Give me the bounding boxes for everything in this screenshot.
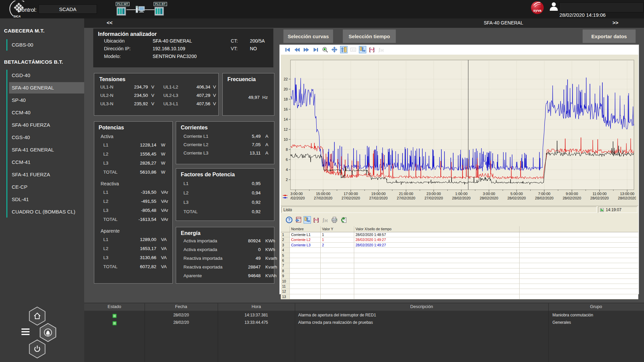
energia-value: 49 [240,256,261,261]
empty-cell [520,237,638,242]
corrientes-label: Corriente L3 [183,150,208,156]
sidebar-item-ccm-40[interactable]: CCM-40 [12,107,84,118]
page-title: SFA-40 GENERAL [369,20,638,25]
cursor-table-row[interactable]: 1Corriente L1128/02/2020 1:48:57 [281,232,638,237]
energia-label: Aparente [183,273,202,278]
revert-icon[interactable] [340,216,347,224]
sidebar-item-cgs-40[interactable]: CGS-40 [12,132,84,143]
sidebar-item-cgd-40[interactable]: CGD-40 [12,70,84,81]
cursor-table-row[interactable]: 3Corriente L3228/02/2020 1:49:27 [281,243,638,248]
cursor-table-row[interactable]: 7 [281,263,638,268]
y-tick-label: 6 [286,158,288,162]
print-icon[interactable] [331,216,338,224]
axes-scroll-icon[interactable] [359,46,366,53]
sidebar-item-ccm-41[interactable]: CCM-41 [12,157,84,168]
alarm-row[interactable]: 28/02/2013:33:44.475Alarma creda para re… [84,320,644,327]
potencias-label: L3 [103,161,108,166]
prev-page-button[interactable]: << [107,20,113,25]
svg-text:syva: syva [533,8,542,12]
svg-text:?: ? [288,218,290,222]
potencias-value: -491,55 [123,199,156,204]
alarm-header-hora: Hora [223,304,290,309]
exportar-datos-button[interactable]: Exportar datos [583,29,636,43]
alarms-hex-button[interactable] [40,323,56,342]
alarm-row[interactable]: 28/02/2014:13:37.381Alarma de apertura d… [84,313,644,319]
cursor-table-row[interactable]: 11 [281,284,638,289]
tension-value: 406,34 [183,84,210,89]
corrientes-unit: A [265,142,268,147]
tension-unit: V [213,93,216,98]
row-number-cell: 11 [281,284,290,289]
alarm-status-ok-icon [112,321,117,325]
cursor-table-row[interactable]: 5 [281,253,638,258]
sidebar-item-sfa-41-general[interactable]: SFA-41 GENERAL [12,144,84,156]
cursor-table-header-cell: Valor Y [321,226,354,232]
corrientes-row: Corriente L15,49A [183,134,267,139]
sidebar-item-cgbs-00[interactable]: CGBS-00 [12,39,84,51]
cursor-table-row[interactable]: 10 [281,279,638,284]
skip-to-start-icon[interactable] [284,46,291,53]
pan-icon[interactable] [331,46,338,53]
potencias-value: -316,50 [123,190,156,195]
y-tick-label: 4 [286,168,288,172]
trend-chart[interactable]: 13:00:0027/02/202015:00:0027/02/202017:0… [281,55,638,205]
user-field[interactable] [559,2,644,12]
valor-y-cell [321,268,354,273]
valor-x-cell: 28/02/2020 1:48:57 [354,232,520,237]
cursor-table-row[interactable]: 13 [281,294,638,299]
sidebar-item-ce-cp[interactable]: CE-CP [12,181,84,193]
y-tick-label: 20 [284,87,288,91]
user-icon[interactable] [549,1,559,11]
potencias-panel: PotenciasActivaL11228,14WL21556,45WL3282… [94,121,173,284]
energia-unit: Kvarh [265,264,277,269]
step-forward-icon[interactable] [303,46,310,53]
cursor-table-row[interactable]: 6 [281,258,638,263]
skip-to-end-icon[interactable] [312,46,319,53]
x-tick-time: 13:00:00 [288,192,303,196]
integral-icon[interactable]: ∫[x] [322,216,329,224]
svg-text:∫: ∫ [322,218,324,223]
tension-value: 407,29 [183,93,210,98]
energia-panel: EnergíaActiva importada80924KWhActiva ex… [176,227,274,284]
step-back-icon[interactable] [293,46,301,53]
potencias-value: 5610,86 [123,170,156,175]
svg-text:1:1: 1:1 [352,49,355,51]
curve-name-cell [290,274,321,278]
cursor-table-row[interactable]: 9 [281,274,638,279]
cursor-table-row[interactable]: 8 [281,268,638,274]
x-tick-date: 28/02/2020 [480,196,498,200]
next-page-button[interactable]: >> [612,20,619,25]
sidebar-item-cuadro-cl-bombas-cl-[interactable]: CUADRO CL (BOMBAS CL) [12,206,84,218]
control-mode-field[interactable]: SCADA [39,4,97,14]
zoom-icon[interactable] [321,46,329,53]
sidebar-item-sfa-40-fuerza[interactable]: SFA-40 FUERZA [12,119,84,131]
sidebar-item-sdl-41[interactable]: SDL-41 [12,194,84,205]
valor-x-cell: 28/02/2020 1:49:27 [354,237,520,242]
seleccion-tiempo-button[interactable]: Selección tiempo [343,29,396,43]
vertical-ruler-icon[interactable] [340,46,347,53]
home-hex-button[interactable] [30,307,45,325]
axes-scroll-icon[interactable] [304,216,311,224]
cursor-table-row[interactable]: 12 [281,289,638,294]
curve-brackets-icon[interactable]: [] [313,216,320,224]
cursor-table-row[interactable]: 2Corriente L2128/02/2020 1:49:27 [281,237,638,242]
potencias-label: TOTAL [103,170,117,175]
row-number-cell: 1 [281,232,290,237]
info-title: Información analizador [98,31,157,37]
help-icon[interactable]: ? [285,216,293,224]
seleccion-curvas-button[interactable]: Selección curvas [283,29,333,43]
cursor-table-row[interactable]: 4 [281,248,638,253]
tension-row: UL3-N235,92VUL3-L1407,56V [100,101,214,106]
sidebar-item-sfa-40-general[interactable]: SFA-40 GENERAL [9,82,84,94]
sidebar-item-sp-40[interactable]: SP-40 [12,95,84,106]
info-label: Ubicación [104,38,124,44]
alarm-grupo: Generales [552,320,571,325]
cursor-table-header-cell [520,226,638,232]
cursor-table-header: NombreValor YValor X/sello de tiempo [281,226,638,232]
title-bar: << SFA-40 GENERAL >> [84,18,644,28]
info-label: Dirección IP: [104,46,130,51]
sheet-arrow-icon[interactable] [294,216,302,224]
curve-brackets-icon[interactable]: [] [368,46,376,53]
sidebar-item-sfa-41-fuerza[interactable]: SFA-41 FUERZA [12,169,84,180]
power-hex-button[interactable] [30,340,45,358]
